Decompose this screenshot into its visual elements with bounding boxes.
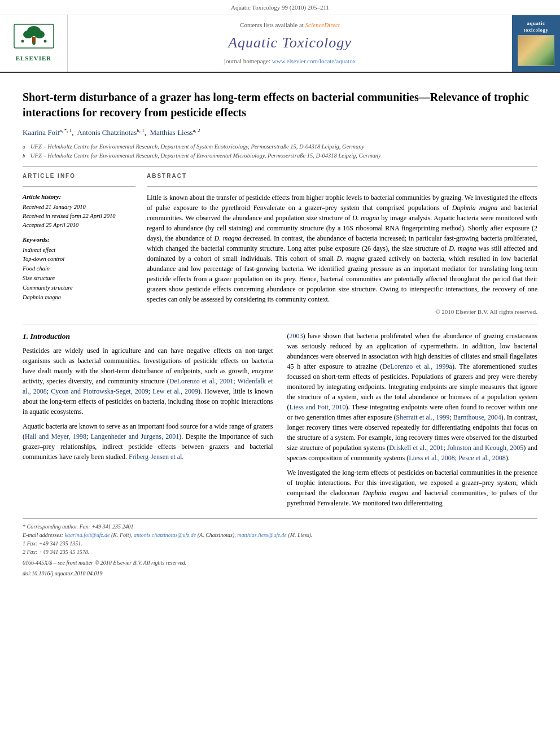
- journal-cover-image: [518, 35, 554, 66]
- aff-1-sup: a: [23, 143, 30, 151]
- divider-1: [23, 166, 537, 167]
- body-right-col: (2003) have shown that bacteria prolifer…: [287, 331, 538, 513]
- homepage-url[interactable]: www.elsevier.com/locate/aquatox: [272, 58, 356, 64]
- footnote-email: E-mail addresses: kaarina.foit@ufz.de (K…: [23, 531, 537, 539]
- footnote-corresponding: * Corresponding author. Fax: +49 341 235…: [23, 522, 537, 531]
- email-link-3[interactable]: matthias.liess@ufz.de: [237, 532, 287, 538]
- divider-article-info: [23, 186, 135, 187]
- history-revised: Received in revised form 22 April 2010: [23, 212, 135, 221]
- ref-driskell[interactable]: Driskell et al., 2001: [389, 444, 443, 452]
- ref-langenheder[interactable]: Langenheder and Jurgens, 2001: [91, 433, 180, 440]
- affiliations: a UFZ – Helmholtz Centre for Environment…: [23, 143, 537, 160]
- history-accepted: Accepted 25 April 2010: [23, 221, 135, 230]
- main-content: Short-term disturbance of a grazer has l…: [0, 73, 560, 589]
- email-link-1[interactable]: kaarina.foit@ufz.de: [65, 532, 110, 538]
- author-2-sup: b, 1: [137, 128, 145, 133]
- journal-citation: Aquatic Toxicology 99 (2010) 205–211: [0, 0, 560, 15]
- ref-cycon[interactable]: Cycon and Piotrowska-Seget, 2009: [51, 387, 148, 395]
- article-title: Short-term disturbance of a grazer has l…: [23, 90, 537, 120]
- abstract-header: ABSTRACT: [147, 172, 537, 181]
- elsevier-logo: ELSEVIER: [11, 23, 56, 63]
- article-info-header: ARTICLE INFO: [23, 172, 135, 181]
- history-received: Received 21 January 2010: [23, 203, 135, 212]
- author-2: Antonis Chatzinotas: [77, 128, 137, 137]
- author-1: Kaarina Foit: [23, 128, 59, 137]
- and-word: and: [528, 444, 537, 452]
- journal-homepage: journal homepage: www.elsevier.com/locat…: [224, 57, 356, 66]
- affiliation-1: a UFZ – Helmholtz Centre for Environment…: [23, 143, 537, 151]
- ref-barnthouse[interactable]: Barnthouse, 2004: [453, 413, 501, 421]
- author-3-sup: a, 2: [193, 128, 200, 133]
- footnote-1: 1 Fax: +49 341 235 1351.: [23, 539, 537, 548]
- svg-point-6: [43, 40, 46, 43]
- keyword-4: Size structure: [23, 274, 135, 283]
- abstract-text: Little is known about the transfer of pe…: [147, 193, 537, 304]
- ref-sherratt[interactable]: Sherratt et al., 1999: [396, 413, 449, 421]
- sciencedirect-line: Contents lists available at ScienceDirec…: [240, 21, 340, 30]
- email-link-2[interactable]: antonis.chatzinotas@ufz.de: [134, 532, 196, 538]
- ref-friberg-year[interactable]: 2003: [290, 332, 303, 340]
- intro-para-1: Pesticides are widely used in agricultur…: [23, 346, 273, 417]
- footnote-2: 2 Fax: +49 341 235 45 1578.: [23, 548, 537, 556]
- ref-delorenzo-2001[interactable]: DeLorenzo et al., 2001: [169, 377, 234, 385]
- body-left-col: 1. Introduction Pesticides are widely us…: [23, 331, 273, 513]
- svg-point-5: [21, 40, 24, 43]
- keywords-label: Keywords:: [23, 235, 135, 244]
- keyword-1: Indirect effect: [23, 246, 135, 255]
- intro-section-title: 1. Introduction: [23, 331, 273, 342]
- ref-liess-foit[interactable]: Liess and Foit, 2010: [290, 403, 346, 411]
- intro-para-2: Aquatic bacteria are known to serve as a…: [23, 421, 273, 462]
- body-content: 1. Introduction Pesticides are widely us…: [23, 331, 537, 513]
- article-history-label: Article history:: [23, 193, 135, 202]
- svg-point-7: [32, 42, 35, 45]
- authors-line: Kaarina Foita, *, 1, Antonis Chatzinotas…: [23, 127, 537, 138]
- aff-2-sup: b: [23, 152, 30, 160]
- divider-abstract: [147, 186, 537, 187]
- ref-hall-meyer[interactable]: Hall and Meyer, 1998: [25, 433, 86, 440]
- journal-brand-image: aquatic toxicology: [512, 15, 560, 72]
- ref-lew[interactable]: Lew et al., 2009: [152, 387, 198, 395]
- journal-header: ELSEVIER Contents lists available at Sci…: [0, 15, 560, 73]
- aff-1-text: UFZ – Helmholtz Centre for Environmental…: [30, 143, 364, 151]
- elsevier-logo-svg: [11, 23, 56, 53]
- sciencedirect-link[interactable]: ScienceDirect: [305, 21, 340, 28]
- page: Aquatic Toxicology 99 (2010) 205–211: [0, 0, 560, 747]
- ref-friberg[interactable]: Friberg-Jensen et al.: [129, 453, 183, 461]
- elsevier-logo-area: ELSEVIER: [0, 15, 68, 72]
- svg-point-2: [23, 30, 33, 38]
- footnotes: * Corresponding author. Fax: +49 341 235…: [23, 518, 537, 578]
- keyword-5: Community structure: [23, 283, 135, 293]
- aff-2-text: UFZ – Helmholtz Centre for Environmental…: [30, 152, 381, 160]
- right-para-2: We investigated the long-term effects of…: [287, 468, 538, 508]
- journal-abbr: aquatic toxicology: [524, 20, 549, 33]
- keyword-3: Food chain: [23, 264, 135, 274]
- article-info-col: ARTICLE INFO Article history: Received 2…: [23, 172, 135, 316]
- right-para-1: (2003) have shown that bacteria prolifer…: [287, 331, 538, 463]
- elsevier-brand-text: ELSEVIER: [16, 54, 52, 63]
- ref-pesce[interactable]: Pesce et al., 2008: [458, 454, 506, 462]
- keyword-6: Daphnia magna: [23, 293, 135, 303]
- divider-2: [23, 325, 537, 325]
- article-info-abstract: ARTICLE INFO Article history: Received 2…: [23, 172, 537, 316]
- abstract-col: ABSTRACT Little is known about the trans…: [147, 172, 537, 316]
- journal-title-area: Contents lists available at ScienceDirec…: [68, 15, 512, 72]
- ref-liess-2008[interactable]: Liess et al., 2008: [409, 454, 455, 462]
- author-3: Matthias Liess: [150, 128, 193, 137]
- ref-delorenzo-1999[interactable]: DeLorenzo et al., 1999a: [382, 362, 452, 370]
- svg-point-3: [34, 30, 45, 38]
- copyright-line: © 2010 Elsevier B.V. All rights reserved…: [147, 308, 537, 317]
- author-1-sup: a, *, 1: [59, 128, 72, 133]
- affiliation-2: b UFZ – Helmholtz Centre for Environment…: [23, 152, 537, 160]
- keyword-2: Top-down control: [23, 255, 135, 264]
- doi-line: doi:10.1016/j.aquatox.2010.04.019: [23, 569, 537, 578]
- rights-line: 0166-445X/$ – see front matter © 2010 El…: [23, 558, 537, 567]
- journal-title: Aquatic Toxicology: [228, 32, 352, 54]
- ref-johnston[interactable]: Johnston and Keough, 2005: [447, 444, 523, 452]
